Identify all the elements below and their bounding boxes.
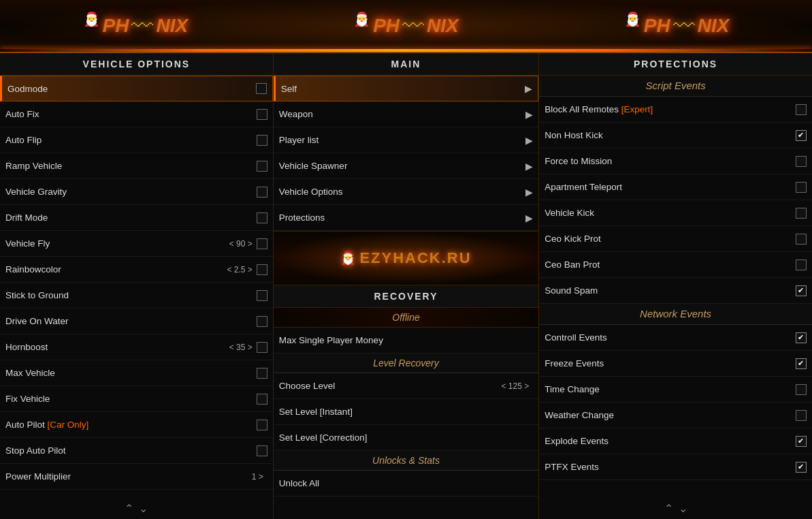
auto-pilot-item[interactable]: Auto Pilot [Car Only] [0,412,273,438]
time-change-item[interactable]: Time Change [539,377,812,403]
protections-label: Protections [279,213,523,223]
script-events-section: Script Events [539,76,812,97]
left-scroll-down[interactable]: ⌄ [139,502,148,515]
ptfx-events-item[interactable]: PTFX Events [539,454,812,480]
non-host-kick-label: Non Host Kick [545,130,796,140]
set-level-instant-item[interactable]: Set Level [Instant] [274,399,538,425]
fix-vehicle-label: Fix Vehicle [5,394,257,404]
left-scroll-up[interactable]: ⌃ [125,502,133,515]
ceo-ban-prot-label: Ceo Ban Prot [545,260,796,270]
rainbowcolor-checkbox[interactable] [257,264,267,275]
self-arrow: ▶ [525,83,532,94]
max-vehicle-item[interactable]: Max Vehicle [0,360,273,386]
vehicle-fly-checkbox[interactable] [257,238,267,249]
non-host-kick-item[interactable]: Non Host Kick [539,123,812,148]
godmode-item[interactable]: Godmode [0,76,273,101]
max-vehicle-checkbox[interactable] [257,368,267,379]
power-multiplier-value: 1 > [252,472,263,482]
sound-spam-label: Sound Spam [545,285,796,296]
block-all-remotes-checkbox[interactable] [796,104,807,115]
drive-on-water-checkbox[interactable] [257,316,267,327]
stick-to-ground-label: Stick to Ground [5,290,257,300]
santa-hat-3: 🎅 [624,11,641,27]
weapon-item[interactable]: Weapon ▶ [274,101,538,127]
auto-fix-checkbox[interactable] [257,109,267,120]
vehicle-fly-item[interactable]: Vehicle Fly < 90 > [0,231,273,257]
drive-on-water-item[interactable]: Drive On Water [0,309,273,334]
godmode-checkbox[interactable] [256,83,267,94]
santa-hat-1: 🎅 [83,11,100,27]
hornboost-label: Hornboost [5,342,229,352]
vehicle-kick-label: Vehicle Kick [545,208,796,218]
protections-arrow: ▶ [525,213,533,223]
explode-events-checkbox[interactable] [796,436,807,447]
vehicle-options-item[interactable]: Vehicle Options ▶ [274,179,538,205]
stick-to-ground-item[interactable]: Stick to Ground [0,283,273,309]
controll-events-item[interactable]: Controll Events [539,325,812,351]
ceo-ban-prot-checkbox[interactable] [796,260,807,270]
hornboost-value: < 35 > [229,343,253,352]
time-change-checkbox[interactable] [796,384,807,395]
apartment-teleport-item[interactable]: Apartment Teleport [539,174,812,200]
ceo-kick-prot-item[interactable]: Ceo Kick Prot [539,226,812,252]
set-level-correction-item[interactable]: Set Level [Correction] [274,425,538,451]
vehicle-kick-item[interactable]: Vehicle Kick [539,200,812,226]
non-host-kick-checkbox[interactable] [796,130,807,141]
ptfx-events-checkbox[interactable] [796,462,807,473]
vehicle-spawner-item[interactable]: Vehicle Spawner ▶ [274,153,538,179]
player-list-item[interactable]: Player list ▶ [274,127,538,153]
protections-column: PROTECTIONS Script Events Block All Remo… [539,53,812,519]
protections-item[interactable]: Protections ▶ [274,205,538,231]
sound-spam-checkbox[interactable] [796,285,807,296]
max-single-player-money-item[interactable]: Max Single Player Money [274,328,538,353]
logo-ph-2: PH [373,15,400,37]
force-to-mission-item[interactable]: Force to Mission [539,148,812,174]
controll-events-checkbox[interactable] [796,332,807,343]
explode-events-item[interactable]: Explode Events [539,428,812,454]
vehicle-kick-checkbox[interactable] [796,208,807,219]
self-item[interactable]: Self ▶ [274,76,538,101]
freeze-events-item[interactable]: Freeze Events [539,351,812,377]
ceo-ban-prot-item[interactable]: Ceo Ban Prot [539,252,812,278]
vehicle-gravity-item[interactable]: Vehicle Gravity [0,179,273,205]
auto-flip-checkbox[interactable] [257,135,267,146]
drift-mode-item[interactable]: Drift Mode [0,205,273,231]
offline-label: Offline [392,312,419,323]
vehicle-gravity-checkbox[interactable] [257,187,267,198]
stick-to-ground-checkbox[interactable] [257,290,267,301]
protections-header: PROTECTIONS [539,53,812,76]
main-column: MAIN Self ▶ Weapon ▶ Player list ▶ Vehic… [274,53,539,519]
fix-vehicle-item[interactable]: Fix Vehicle [0,386,273,412]
ramp-vehicle-item[interactable]: Ramp Vehicle [0,153,273,179]
weather-change-item[interactable]: Weather Change [539,403,812,428]
ramp-vehicle-checkbox[interactable] [257,161,267,172]
sound-spam-item[interactable]: Sound Spam [539,278,812,304]
power-multiplier-item[interactable]: Power Multiplier 1 > [0,464,273,490]
right-scroll-down[interactable]: ⌄ [679,502,687,515]
explode-events-label: Explode Events [545,436,796,446]
weather-change-checkbox[interactable] [796,410,807,421]
stop-auto-pilot-checkbox[interactable] [257,445,267,456]
ceo-kick-prot-checkbox[interactable] [796,234,807,245]
santa-hat-2: 🎅 [353,11,370,27]
force-to-mission-checkbox[interactable] [796,156,807,167]
freeze-events-checkbox[interactable] [796,358,807,369]
drift-mode-checkbox[interactable] [257,213,267,223]
self-label: Self [281,84,522,94]
apartment-teleport-checkbox[interactable] [796,182,807,193]
ramp-vehicle-label: Ramp Vehicle [5,161,257,171]
choose-level-item[interactable]: Choose Level < 125 > [274,373,538,399]
block-all-remotes-item[interactable]: Block All Remotes [Expert] [539,97,812,123]
rainbowcolor-item[interactable]: Rainbowcolor < 2.5 > [0,257,273,283]
freeze-events-label: Freeze Events [545,358,796,368]
stop-auto-pilot-item[interactable]: Stop Auto Pilot [0,438,273,464]
fix-vehicle-checkbox[interactable] [257,394,267,405]
auto-fix-item[interactable]: Auto Fix [0,101,273,127]
hornboost-item[interactable]: Hornboost < 35 > [0,334,273,360]
auto-pilot-checkbox[interactable] [257,420,267,430]
hornboost-checkbox[interactable] [257,342,267,353]
unlock-all-item[interactable]: Unlock All [274,471,538,497]
player-list-label: Player list [279,135,523,145]
right-scroll-up[interactable]: ⌃ [664,502,673,515]
auto-flip-item[interactable]: Auto Flip [0,127,273,153]
